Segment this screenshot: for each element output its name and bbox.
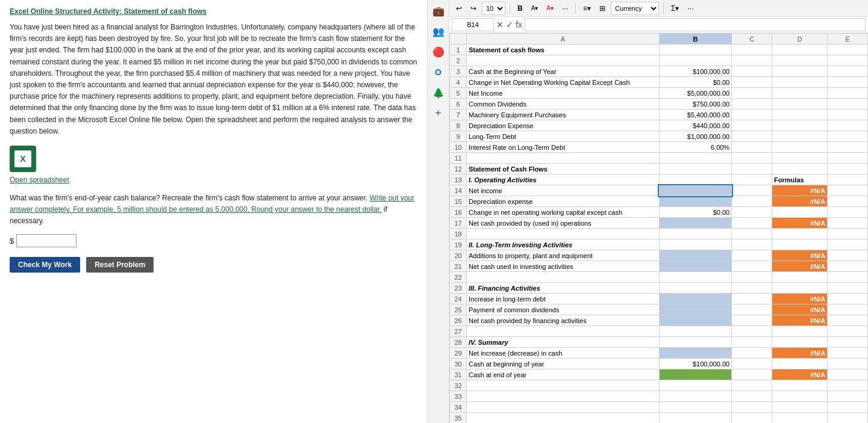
cell-A15[interactable]: Depreciation expense	[467, 196, 660, 207]
cell-B1[interactable]	[659, 45, 731, 55]
cell-B35[interactable]	[659, 413, 731, 424]
wrap-button[interactable]: ≡▾	[580, 2, 594, 14]
cell-D35[interactable]	[772, 413, 828, 424]
cell-E32[interactable]	[828, 380, 868, 391]
cell-E28[interactable]	[828, 337, 868, 348]
cell-D13[interactable]: Formulas	[772, 174, 828, 185]
cell-A21[interactable]: Net cash used in investing activities	[467, 261, 660, 272]
cell-B28[interactable]	[659, 337, 731, 348]
cell-C13[interactable]	[732, 174, 772, 185]
cell-D16[interactable]	[772, 207, 828, 218]
cell-E12[interactable]	[828, 164, 868, 174]
col-header-C[interactable]: C	[732, 34, 772, 45]
cell-E7[interactable]	[828, 110, 868, 120]
cell-C6[interactable]	[732, 99, 772, 110]
cell-C16[interactable]	[732, 207, 772, 218]
cell-A8[interactable]: Depreciation Expense	[467, 120, 660, 131]
cell-E20[interactable]	[828, 250, 868, 261]
cell-C10[interactable]	[732, 142, 772, 153]
col-header-E[interactable]: E	[828, 34, 868, 45]
cell-C9[interactable]	[732, 131, 772, 142]
cell-D7[interactable]	[772, 110, 828, 120]
cell-C12[interactable]	[732, 164, 772, 174]
cell-B5[interactable]: $5,000,000.00	[659, 88, 731, 99]
cell-B9[interactable]: $1,000,000.00	[659, 131, 731, 142]
cell-A12[interactable]: Statement of Cash Flows	[467, 164, 660, 174]
cell-C24[interactable]	[732, 294, 772, 304]
cell-A1[interactable]: Statement of cash flows	[467, 45, 660, 55]
cell-C17[interactable]	[732, 218, 772, 229]
cell-B13[interactable]	[659, 174, 731, 185]
cell-D9[interactable]	[772, 131, 828, 142]
cell-A29[interactable]: Net increase (decrease) in cash	[467, 348, 660, 359]
redo-button[interactable]: ↪	[467, 2, 479, 14]
cell-A2[interactable]	[467, 55, 660, 66]
undo-button[interactable]: ↩	[453, 2, 465, 14]
sum-button[interactable]: Σ▾	[668, 2, 682, 14]
cell-A22[interactable]	[467, 272, 660, 283]
cell-D12[interactable]	[772, 164, 828, 174]
cell-E5[interactable]	[828, 88, 868, 99]
cell-E23[interactable]	[828, 283, 868, 294]
cell-D25[interactable]: #N/A	[772, 304, 828, 315]
tree-icon[interactable]: 🌲	[430, 84, 447, 101]
cell-B4[interactable]: $0.00	[659, 77, 731, 88]
cell-A7[interactable]: Machinery Equipment Purchases	[467, 110, 660, 120]
cell-A26[interactable]: Net cash provided by financing activitie…	[467, 315, 660, 326]
cell-B29[interactable]	[659, 348, 731, 359]
cell-D17[interactable]: #N/A	[772, 218, 828, 229]
cell-A31[interactable]: Cash at end of year	[467, 369, 660, 380]
cell-E16[interactable]	[828, 207, 868, 218]
cell-C31[interactable]	[732, 369, 772, 380]
col-header-D[interactable]: D	[772, 34, 828, 45]
confirm-formula-icon[interactable]: ✓	[506, 20, 513, 29]
cell-B11[interactable]	[659, 153, 731, 164]
cell-B12[interactable]	[659, 164, 731, 174]
cell-E34[interactable]	[828, 402, 868, 413]
bold-button[interactable]: B	[514, 2, 526, 14]
cell-E21[interactable]	[828, 261, 868, 272]
cell-B22[interactable]	[659, 272, 731, 283]
cell-C14[interactable]	[732, 185, 772, 196]
cell-A3[interactable]: Cash at the Beginning of Year	[467, 66, 660, 77]
cell-E11[interactable]	[828, 153, 868, 164]
cell-A25[interactable]: Payment of common dividends	[467, 304, 660, 315]
cell-D5[interactable]	[772, 88, 828, 99]
cell-A27[interactable]	[467, 326, 660, 337]
cell-B34[interactable]	[659, 402, 731, 413]
cell-B2[interactable]	[659, 55, 731, 66]
cell-D14[interactable]: #N/A	[772, 185, 828, 196]
cell-E8[interactable]	[828, 120, 868, 131]
cell-D10[interactable]	[772, 142, 828, 153]
cell-A9[interactable]: Long-Term Debt	[467, 131, 660, 142]
cell-D28[interactable]	[772, 337, 828, 348]
cell-E22[interactable]	[828, 272, 868, 283]
cell-B26[interactable]	[659, 315, 731, 326]
cell-E13[interactable]	[828, 174, 868, 185]
cell-C4[interactable]	[732, 77, 772, 88]
cell-C5[interactable]	[732, 88, 772, 99]
cell-E25[interactable]	[828, 304, 868, 315]
formula-input[interactable]	[525, 18, 866, 31]
cell-A20[interactable]: Additions to property, plant and equipme…	[467, 250, 660, 261]
cell-B10[interactable]: 6.00%	[659, 142, 731, 153]
cell-C25[interactable]	[732, 304, 772, 315]
table-button[interactable]: ⊞	[596, 2, 608, 14]
cell-E2[interactable]	[828, 55, 868, 66]
cell-E9[interactable]	[828, 131, 868, 142]
cell-A18[interactable]	[467, 229, 660, 239]
cell-C8[interactable]	[732, 120, 772, 131]
cell-B31[interactable]	[659, 369, 731, 380]
cell-D19[interactable]	[772, 239, 828, 250]
cell-D1[interactable]	[772, 45, 828, 55]
activity-title[interactable]: Excel Online Structured Activity: Statem…	[10, 7, 417, 16]
cell-E3[interactable]	[828, 66, 868, 77]
reset-problem-button[interactable]: Reset Problem	[86, 257, 154, 273]
office-icon[interactable]: 🔴	[430, 43, 447, 60]
cell-D24[interactable]: #N/A	[772, 294, 828, 304]
cell-A16[interactable]: Change in net operating working capital …	[467, 207, 660, 218]
cell-A32[interactable]	[467, 380, 660, 391]
more-format-button[interactable]: ···	[559, 2, 571, 14]
cell-C23[interactable]	[732, 283, 772, 294]
cell-E29[interactable]	[828, 348, 868, 359]
